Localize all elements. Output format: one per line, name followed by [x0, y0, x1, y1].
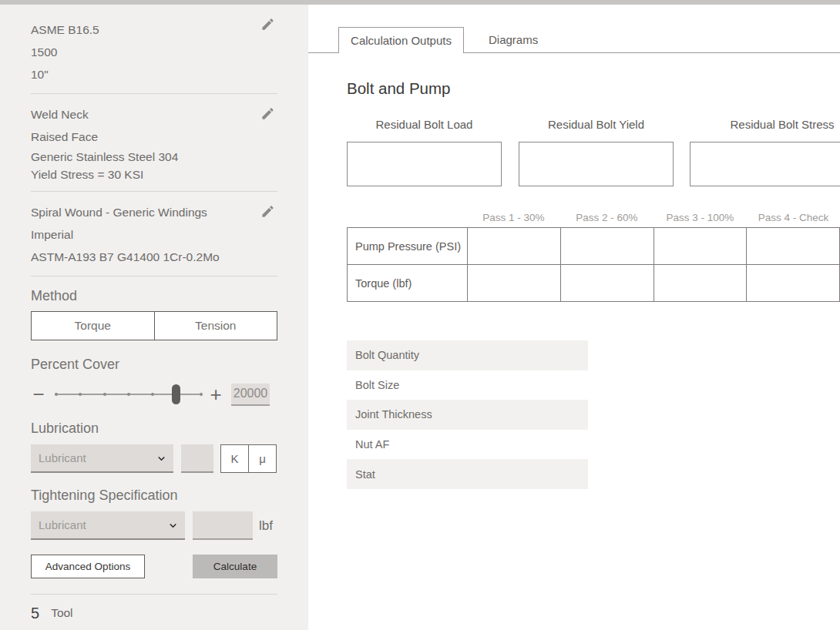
residual-bolt-stress-value — [690, 142, 840, 186]
lubrication-factor-input[interactable] — [181, 444, 213, 473]
slider-handle[interactable] — [172, 384, 180, 404]
plus-button[interactable]: + — [208, 384, 223, 404]
list-item-stat: Stat — [347, 459, 588, 489]
facing-yield: Yield Stress = 30 KSI — [31, 166, 277, 183]
lubrication-controls: Lubricant K μ — [31, 444, 277, 473]
residual-bolt-stress-label: Residual Bolt Stress — [690, 117, 840, 132]
pass-4-header: Pass 4 - Check — [747, 212, 840, 223]
advanced-options-button[interactable]: Advanced Options — [31, 555, 145, 578]
slider-tick — [200, 393, 203, 396]
residual-bolt-yield-value — [519, 142, 674, 186]
slider-tick — [55, 393, 58, 396]
residual-bolt-load-value — [347, 142, 502, 186]
page-title: Bolt and Pump — [347, 79, 840, 99]
bolt-info-list: Bolt Quantity Bolt Size Joint Thickness … — [347, 340, 588, 489]
residual-bolt-load: Residual Bolt Load — [347, 117, 502, 186]
tab-diagrams[interactable]: Diagrams — [464, 28, 563, 52]
pump-pressure-pass2-cell — [560, 228, 654, 265]
table-row: Torque (lbf) — [348, 265, 840, 302]
mu-option-button[interactable]: μ — [248, 445, 276, 472]
edit-gasket-button[interactable] — [260, 204, 277, 221]
list-item-joint-thickness: Joint Thickness — [347, 400, 588, 430]
residual-bolt-load-label: Residual Bolt Load — [347, 117, 502, 132]
slider-tick — [79, 393, 82, 396]
residual-bolt-yield-label: Residual Bolt Yield — [519, 117, 674, 132]
residual-bolt-yield: Residual Bolt Yield — [519, 117, 674, 186]
action-buttons: Advanced Options Calculate — [31, 555, 277, 578]
unit-label: lbf — [259, 518, 273, 534]
pass-1-header: Pass 1 - 30% — [467, 212, 560, 223]
edit-flange-button[interactable] — [260, 17, 277, 34]
tightening-spec-label: Tightening Specification — [31, 486, 277, 504]
chevron-down-icon — [166, 519, 180, 535]
tab-bar: Calculation Outputs Diagrams — [308, 27, 840, 53]
table-row: Pump Pressure (PSI) — [348, 228, 840, 265]
torque-pass1-cell — [468, 265, 561, 302]
gasket-units: Imperial — [31, 223, 277, 246]
slider-tick — [151, 393, 154, 396]
method-toggle: Torque Tension — [31, 311, 277, 340]
percent-cover-value-input[interactable]: 20000 — [231, 384, 270, 406]
list-item-bolt-quantity: Bolt Quantity — [347, 340, 588, 370]
pass-3-header: Pass 3 - 100% — [654, 212, 747, 223]
pass-2-header: Pass 2 - 60% — [560, 212, 654, 223]
residual-outputs: Residual Bolt Load Residual Bolt Yield R… — [347, 117, 840, 186]
lubricant-select-value: Lubricant — [39, 451, 86, 464]
pencil-icon — [260, 21, 275, 34]
lubricant-select[interactable]: Lubricant — [31, 444, 173, 473]
pump-pressure-row-label: Pump Pressure (PSI) — [348, 228, 468, 265]
tightening-select-value: Lubricant — [39, 518, 86, 531]
lubrication-label: Lubrication — [31, 419, 277, 437]
k-mu-toggle: K μ — [220, 444, 277, 473]
pump-pressure-pass4-cell — [747, 228, 840, 265]
k-option-button[interactable]: K — [221, 445, 248, 472]
edit-facing-button[interactable] — [260, 106, 277, 123]
tab-calculation-outputs[interactable]: Calculation Outputs — [338, 27, 464, 53]
pump-pressure-pass3-cell — [654, 228, 747, 265]
facing-summary: Weld Neck Raised Face Generic Stainless … — [31, 94, 277, 192]
flange-standard: ASME B16.5 — [31, 18, 277, 41]
flange-class: 1500 — [31, 41, 277, 63]
tightening-value-input[interactable] — [193, 511, 253, 540]
flange-summary: ASME B16.5 1500 10" — [31, 5, 277, 94]
slider-tick — [103, 393, 106, 396]
torque-option-button[interactable]: Torque — [32, 312, 154, 340]
torque-pass4-cell — [747, 265, 840, 302]
tension-option-button[interactable]: Tension — [154, 312, 277, 340]
main-panel: Calculation Outputs Diagrams Bolt and Pu… — [308, 5, 840, 630]
torque-pass2-cell — [560, 265, 654, 302]
pump-pressure-pass1-cell — [468, 228, 561, 265]
tool-count: 5 — [31, 605, 39, 622]
facing-material: Generic Stainless Steel 304 — [31, 148, 277, 166]
chevron-down-icon — [155, 452, 168, 468]
tool-row[interactable]: 5 Tool — [31, 595, 277, 630]
pencil-icon — [260, 208, 275, 221]
minus-button[interactable]: − — [31, 384, 46, 404]
percent-cover-control: − + 20000 — [31, 383, 277, 406]
percent-cover-label: Percent Cover — [31, 355, 277, 374]
gasket-summary: Spiral Wound - Generic Windings Imperial… — [31, 192, 277, 276]
sidebar: ASME B16.5 1500 10" Weld Neck Raised Fac… — [0, 5, 308, 630]
list-item-bolt-size: Bolt Size — [347, 370, 588, 400]
facing-face: Raised Face — [31, 126, 277, 148]
slider-tick — [127, 393, 130, 396]
flange-size: 10" — [31, 63, 277, 85]
pass-table-header: Pass 1 - 30% Pass 2 - 60% Pass 3 - 100% … — [347, 207, 840, 227]
torque-row-label: Torque (lbf) — [348, 265, 468, 302]
pencil-icon — [260, 110, 275, 123]
residual-bolt-stress: Residual Bolt Stress — [690, 117, 840, 186]
list-item-nut-af: Nut AF — [347, 430, 588, 460]
method-label: Method — [31, 287, 277, 305]
percent-cover-slider[interactable] — [55, 394, 200, 395]
tightening-lubricant-select[interactable]: Lubricant — [31, 511, 185, 540]
tool-label: Tool — [51, 606, 72, 620]
facing-type: Weld Neck — [31, 103, 277, 126]
gasket-bolt-material: ASTM-A193 B7 G41400 1Cr-0.2Mo — [31, 246, 277, 268]
calculate-button[interactable]: Calculate — [193, 555, 277, 578]
app-window: ASME B16.5 1500 10" Weld Neck Raised Fac… — [0, 0, 840, 630]
gasket-type: Spiral Wound - Generic Windings — [31, 201, 277, 223]
pass-table: Pump Pressure (PSI) Torque (lbf) — [347, 227, 840, 302]
tightening-controls: Lubricant lbf — [31, 511, 277, 540]
torque-pass3-cell — [654, 265, 747, 302]
